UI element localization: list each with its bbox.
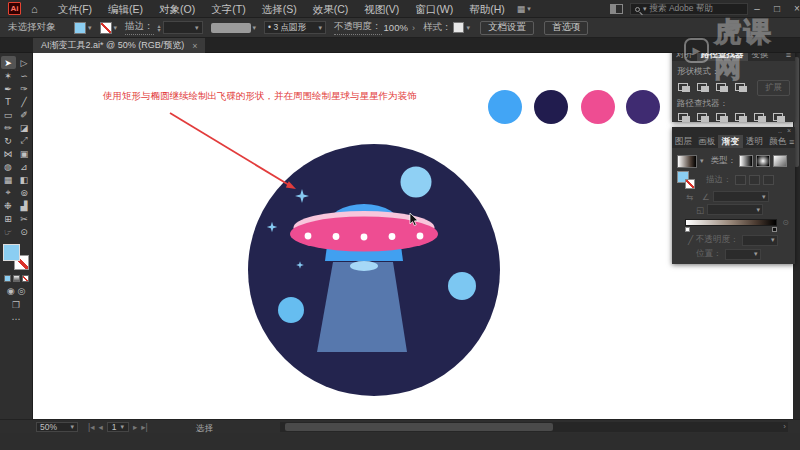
color-button[interactable] — [4, 275, 11, 282]
pathfinder-crop-button[interactable] — [734, 112, 749, 124]
last-artboard-button[interactable]: ▸| — [141, 422, 147, 432]
planet-right[interactable] — [448, 272, 476, 300]
drawing-modes[interactable]: ◉ ◎ — [7, 286, 26, 296]
document-tab[interactable]: AI渐变工具2.ai* @ 50% (RGB/预览) × — [33, 38, 205, 53]
close-button[interactable]: × — [790, 3, 800, 14]
minimize-button[interactable]: – — [750, 3, 764, 14]
tool-artboard[interactable]: ⊞ — [1, 212, 16, 225]
stroke-weight-dropdown[interactable]: ▾ — [163, 21, 203, 34]
document-setup-button[interactable]: 文档设置 — [480, 21, 534, 35]
tool-line-segment[interactable]: ╱ — [17, 95, 32, 108]
none-button[interactable] — [22, 275, 29, 282]
opacity-value[interactable]: 100% — [384, 22, 408, 33]
stroke-color-control[interactable]: ▾ — [100, 22, 118, 34]
preferences-button[interactable]: 首选项 — [544, 21, 589, 35]
gradient-fill-stroke-control[interactable] — [677, 171, 695, 189]
first-artboard-button[interactable]: |◂ — [88, 422, 94, 432]
next-artboard-button[interactable]: ▸ — [133, 422, 137, 432]
menu-window[interactable]: 窗口(W) — [407, 0, 461, 18]
menu-effect[interactable]: 效果(C) — [305, 0, 357, 18]
fill-color-control[interactable]: ▾ — [74, 22, 92, 34]
ufo-under-light[interactable] — [350, 261, 378, 271]
horizontal-scrollbar-thumb[interactable] — [285, 423, 553, 431]
tool-rectangle[interactable]: ▭ — [1, 108, 16, 121]
workspace-switcher[interactable]: ▦▾ — [517, 4, 531, 14]
pathfinder-trim-button[interactable] — [696, 112, 711, 124]
stroke-weight-label[interactable]: 描边： — [125, 20, 154, 35]
panel-collapse-icon[interactable]: .. — [778, 128, 782, 134]
tool-type[interactable]: T — [1, 95, 16, 108]
tool-pencil[interactable]: ✏ — [1, 121, 16, 134]
opacity-label[interactable]: 不透明度： — [334, 20, 382, 35]
tool-gradient[interactable]: ◧ — [17, 173, 32, 186]
tool-rotate[interactable]: ↻ — [1, 134, 16, 147]
brush-definition-dropdown[interactable]: • 3 点圆形 ▾ — [264, 21, 326, 34]
menu-edit[interactable]: 编辑(E) — [100, 0, 151, 18]
planet-top-right[interactable] — [401, 167, 432, 198]
width-profile-dropdown[interactable]: ▾ — [211, 23, 257, 33]
expand-button[interactable]: 扩展 — [757, 80, 790, 96]
pathfinder-divide-button[interactable] — [677, 112, 692, 124]
menu-file[interactable]: 文件(F) — [50, 0, 100, 18]
eyedropper-icon[interactable]: ╱ — [677, 235, 693, 245]
zoom-level-dropdown[interactable]: 50% ▾ — [36, 422, 78, 432]
radial-gradient-button[interactable] — [756, 155, 770, 167]
palette-swatch-blue[interactable] — [488, 90, 522, 124]
gradient-thumbnail[interactable] — [677, 155, 697, 168]
tool-zoom[interactable]: ⊙ — [17, 225, 32, 238]
tool-free-transform[interactable]: ▣ — [17, 147, 32, 160]
shape-mode-exclude-button[interactable] — [734, 82, 749, 94]
tool-shape-builder[interactable]: ◍ — [1, 160, 16, 173]
scroll-right-icon[interactable]: › — [783, 422, 786, 431]
arrange-documents-button[interactable] — [610, 4, 623, 14]
ufo-porthole[interactable] — [417, 233, 424, 240]
tool-eraser[interactable]: ◪ — [17, 121, 32, 134]
tool-paintbrush[interactable]: ✐ — [17, 108, 32, 121]
gradient-stop-end[interactable] — [772, 227, 777, 232]
pathfinder-merge-button[interactable] — [715, 112, 730, 124]
tool-magic-wand[interactable]: ✶ — [1, 69, 16, 82]
gradient-opacity-dropdown[interactable]: ▾ — [742, 235, 778, 246]
tool-width[interactable]: ⋈ — [1, 147, 16, 160]
stroke-along-button[interactable] — [749, 175, 760, 185]
planet-bottom-left[interactable] — [278, 297, 304, 323]
menu-object[interactable]: 对象(O) — [151, 0, 203, 18]
tab-transparency[interactable]: 透明 — [743, 135, 766, 148]
panel-close-icon[interactable]: × — [787, 128, 791, 134]
linear-gradient-button[interactable] — [739, 155, 753, 167]
gradient-ramp[interactable] — [685, 219, 777, 226]
pathfinder-minus-back-button[interactable] — [772, 112, 787, 124]
artboard-number-dropdown[interactable]: 1 ▾ — [107, 422, 129, 432]
palette-swatch-pink[interactable] — [581, 90, 615, 124]
reverse-gradient-icon[interactable]: ⇆ — [677, 192, 693, 202]
tab-close-icon[interactable]: × — [192, 41, 197, 51]
tool-direct-selection[interactable]: ▷ — [17, 56, 32, 69]
fill-proxy[interactable] — [3, 244, 20, 261]
tool-selection[interactable]: ➤ — [1, 56, 16, 69]
tool-curvature[interactable]: ✑ — [17, 82, 32, 95]
gradient-stop-start[interactable] — [685, 227, 690, 232]
tool-scale[interactable]: ⤢ — [17, 134, 32, 147]
panel-menu-icon[interactable]: ≡ — [789, 135, 798, 148]
screen-mode-button[interactable]: ❐ — [12, 300, 20, 310]
previous-artboard-button[interactable]: ◂ — [98, 422, 102, 432]
menu-select[interactable]: 选择(S) — [254, 0, 305, 18]
gradient-button[interactable] — [13, 275, 20, 282]
style-swatch[interactable] — [453, 22, 464, 33]
tab-gradient[interactable]: 渐变 — [718, 135, 743, 148]
toolbar-more-button[interactable]: ⋯ — [12, 314, 21, 324]
tab-color[interactable]: 颜色 — [766, 135, 789, 148]
tool-column-graph[interactable]: ▟ — [17, 199, 32, 212]
stroke-across-button[interactable] — [763, 175, 774, 185]
tool-mesh[interactable]: ▦ — [1, 173, 16, 186]
ufo-porthole[interactable] — [389, 233, 396, 240]
pathfinder-outline-button[interactable] — [753, 112, 768, 124]
ufo-porthole[interactable] — [361, 234, 368, 241]
menu-view[interactable]: 视图(V) — [356, 0, 407, 18]
aspect-ratio-dropdown[interactable]: ▾ — [707, 204, 763, 215]
shape-mode-intersect-button[interactable] — [715, 82, 730, 94]
tool-eyedropper[interactable]: ⌖ — [1, 186, 16, 199]
annotate-icon[interactable]: ⊙ — [782, 218, 789, 227]
freeform-gradient-button[interactable] — [773, 155, 787, 167]
stroke-within-button[interactable] — [735, 175, 746, 185]
